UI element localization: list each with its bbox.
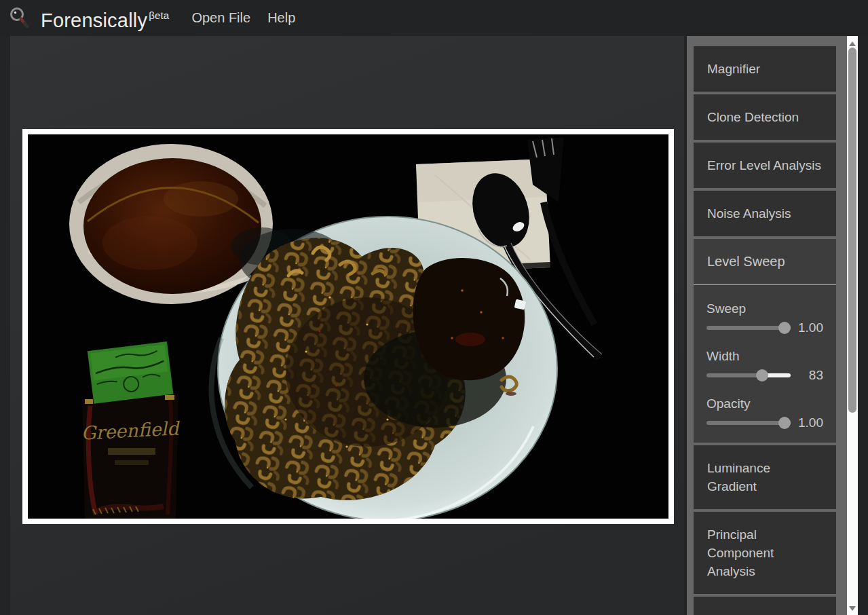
sidebar-item-principal-component-analysis[interactable]: Principal Component Analysis	[694, 512, 836, 594]
sweep-slider-track[interactable]	[706, 326, 791, 330]
width-slider-track[interactable]	[706, 373, 791, 377]
opacity-value: 1.00	[791, 415, 823, 430]
menu-help[interactable]: Help	[267, 0, 295, 36]
width-value: 83	[791, 368, 823, 383]
sidebar-item-level-sweep[interactable]: Level Sweep	[694, 239, 836, 285]
header: Forensicallyβeta Open File Help	[0, 0, 868, 36]
sweep-value: 1.00	[791, 320, 823, 335]
app-title: Forensicallyβeta	[41, 0, 169, 38]
analyzed-image[interactable]: Greenfield	[22, 129, 674, 524]
opacity-slider-track[interactable]	[706, 421, 791, 425]
sweep-slider-thumb[interactable]	[778, 322, 791, 334]
opacity-label: Opacity	[706, 394, 823, 413]
canvas-area: Greenfield	[10, 36, 684, 615]
tea-cup	[69, 144, 273, 304]
sidebar-item-error-level-analysis[interactable]: Error Level Analysis	[694, 143, 836, 188]
app-title-text: Forensically	[41, 9, 147, 31]
slider-group-width: Width 83	[706, 347, 823, 386]
tea-packet: Greenfield	[81, 395, 181, 519]
sidebar-item-luminance-gradient[interactable]: Luminance Gradient	[694, 445, 836, 509]
sidebar-item-noise-analysis[interactable]: Noise Analysis	[694, 191, 836, 236]
scrollbar-thumb[interactable]	[848, 48, 856, 413]
sweep-label: Sweep	[706, 299, 823, 318]
scroll-up-arrow-icon[interactable]	[849, 41, 856, 46]
opacity-slider-thumb[interactable]	[778, 417, 791, 429]
slider-group-sweep: Sweep 1.00	[706, 299, 823, 338]
food-photo: Greenfield	[28, 134, 668, 519]
scrollbar-track[interactable]	[847, 36, 858, 615]
width-slider-thumb[interactable]	[756, 369, 768, 381]
slider-group-opacity: Opacity 1.00	[706, 394, 823, 433]
tool-sidebar: Magnifier Clone Detection Error Level An…	[687, 36, 847, 615]
sidebar-item-magnifier[interactable]: Magnifier	[694, 46, 836, 92]
beta-badge: βeta	[149, 10, 169, 21]
magnifier-logo-icon	[8, 6, 31, 31]
sticky-note	[88, 341, 174, 404]
menu-open-file[interactable]: Open File	[191, 0, 250, 36]
sauce-smear	[455, 333, 485, 346]
sidebar-item-partial[interactable]	[694, 597, 836, 615]
sidebar-item-clone-detection[interactable]: Clone Detection	[694, 94, 836, 140]
width-label: Width	[706, 347, 823, 365]
level-sweep-controls: Sweep 1.00 Width 83 Opacity	[694, 285, 836, 443]
scroll-down-arrow-icon[interactable]	[849, 606, 856, 611]
level-sweep-panel: Level Sweep Sweep 1.00 Width 83	[694, 239, 836, 443]
